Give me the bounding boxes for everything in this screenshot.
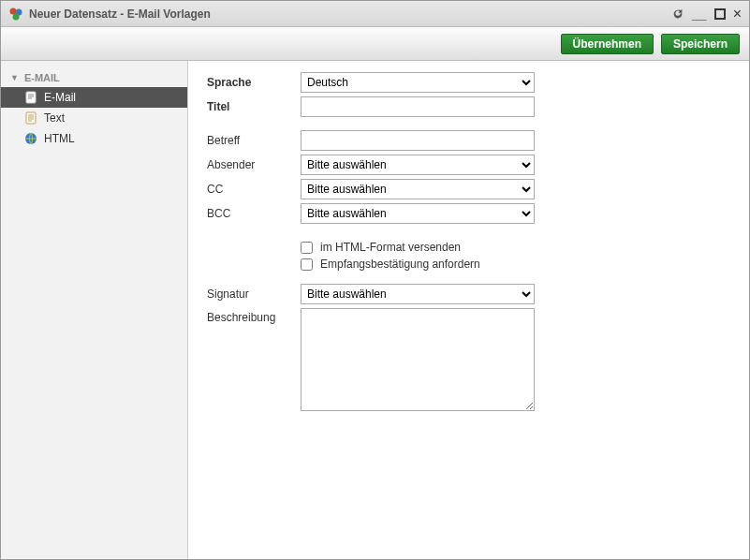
close-icon[interactable]: × (733, 6, 742, 22)
label-language: Sprache (207, 76, 301, 89)
label-subject: Betreff (207, 134, 301, 147)
label-title: Titel (207, 100, 301, 113)
maximize-icon[interactable] (714, 8, 726, 20)
sidebar: ▼ E-MAIL E-Mail Text HTML (1, 61, 188, 559)
window: Neuer Datensatz - E-Mail Vorlagen __ × Ü… (0, 0, 750, 560)
sidebar-header-label: E-MAIL (24, 72, 60, 83)
save-button[interactable]: Speichern (661, 34, 740, 54)
language-select[interactable]: Deutsch (301, 72, 535, 93)
svg-point-2 (13, 13, 20, 20)
apply-button[interactable]: Übernehmen (561, 34, 654, 54)
text-icon (23, 111, 38, 125)
sidebar-item-html[interactable]: HTML (1, 128, 187, 149)
sidebar-item-email[interactable]: E-Mail (1, 87, 187, 108)
titlebar: Neuer Datensatz - E-Mail Vorlagen __ × (1, 1, 749, 27)
description-textarea[interactable] (301, 308, 535, 411)
sidebar-item-label: E-Mail (44, 91, 76, 104)
label-signature: Signatur (207, 287, 301, 301)
app-icon (8, 7, 23, 22)
bcc-select[interactable]: Bitte auswählen (301, 203, 535, 224)
main-panel: Sprache Deutsch Titel Betreff (188, 61, 749, 559)
sidebar-item-label: Text (44, 111, 65, 125)
svg-point-0 (10, 7, 17, 14)
subject-input[interactable] (301, 130, 535, 151)
label-sender: Absender (207, 158, 301, 171)
title-input[interactable] (301, 96, 535, 117)
refresh-icon[interactable] (671, 7, 684, 21)
sidebar-header-email[interactable]: ▼ E-MAIL (1, 68, 187, 87)
page-icon (23, 90, 38, 105)
minimize-icon[interactable]: __ (692, 7, 707, 22)
svg-rect-4 (26, 92, 36, 103)
label-cc: CC (207, 183, 301, 196)
sidebar-item-text[interactable]: Text (1, 108, 187, 128)
read-receipt-checkbox[interactable] (301, 258, 313, 271)
body: ▼ E-MAIL E-Mail Text HTML (1, 61, 749, 559)
html-format-checkbox[interactable] (301, 242, 313, 254)
sidebar-item-label: HTML (44, 132, 75, 145)
window-title: Neuer Datensatz - E-Mail Vorlagen (29, 7, 671, 21)
sender-select[interactable]: Bitte auswählen (301, 155, 535, 175)
signature-select[interactable]: Bitte auswählen (301, 284, 535, 304)
label-description: Beschreibung (207, 308, 301, 324)
globe-icon (23, 131, 38, 146)
toolbar: Übernehmen Speichern (1, 27, 749, 61)
cc-select[interactable]: Bitte auswählen (301, 179, 535, 199)
read-receipt-label: Empfangsbestätigung anfordern (320, 258, 480, 271)
html-format-label: im HTML-Format versenden (320, 241, 461, 254)
label-bcc: BCC (207, 207, 301, 220)
svg-rect-5 (26, 112, 36, 124)
svg-rect-3 (715, 9, 725, 19)
window-controls: __ × (671, 6, 742, 22)
chevron-down-icon: ▼ (10, 73, 19, 82)
